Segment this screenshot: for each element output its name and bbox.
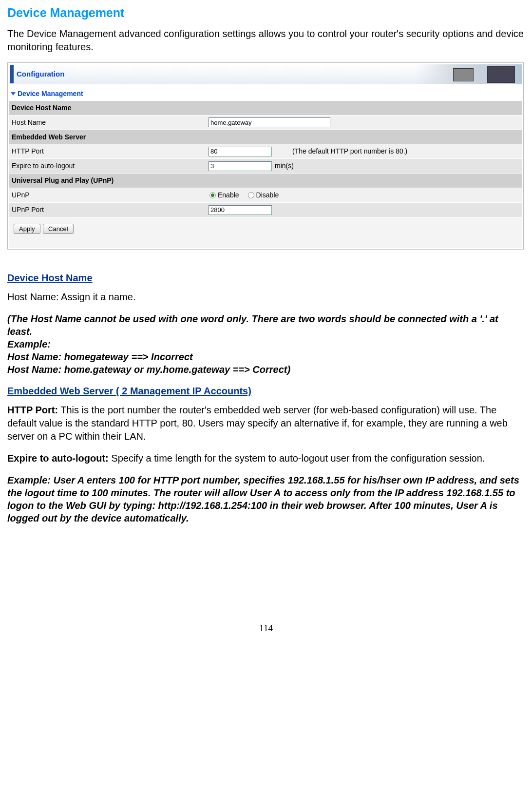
expire-input[interactable] [209, 161, 272, 171]
upnp-label: UPnP [9, 191, 209, 200]
expire-bold: Expire to auto-logout: [7, 453, 109, 464]
http-port-paragraph: HTTP Port: This is the port number the r… [7, 404, 525, 443]
upnp-port-label: UPnP Port [9, 205, 209, 214]
http-port-hint: (The default HTTP port number is 80.) [292, 147, 407, 156]
upnp-group-header: Universal Plug and Play (UPnP) [9, 173, 522, 188]
http-port-input[interactable] [209, 147, 272, 156]
note-line-1: (The Host Name cannot be used with one w… [7, 312, 525, 338]
expire-text: Specify a time length for the system to … [109, 453, 485, 464]
disable-label: Disable [256, 191, 279, 200]
host-name-row: Host Name [9, 115, 522, 130]
upnp-disable-radio[interactable]: Disable [248, 191, 279, 200]
host-name-label: Host Name [9, 118, 209, 127]
page-title: Device Management [7, 5, 525, 21]
note-line-2: Example: [7, 338, 525, 350]
host-name-description: Host Name: Assign it a name. [7, 291, 525, 304]
section-title: Device Management [18, 89, 83, 98]
expire-label: Expire to auto-logout [9, 161, 209, 171]
note-line-3: Host Name: homegateway ==> Incorrect [7, 350, 525, 363]
intro-paragraph: The Device Management advanced configura… [7, 27, 525, 54]
header-accent-bar [10, 65, 14, 83]
upnp-port-input[interactable] [209, 205, 272, 215]
http-port-label: HTTP Port [9, 147, 209, 156]
device-host-name-group-header: Device Host Name [9, 100, 522, 115]
expire-paragraph: Expire to auto-logout: Specify a time le… [7, 452, 525, 465]
device-management-section-header[interactable]: Device Management [9, 87, 522, 100]
webserver-example: Example: User A enters 100 for HTTP port… [7, 474, 525, 524]
apply-button[interactable]: Apply [14, 224, 40, 234]
header-devices-image [415, 64, 522, 84]
button-row: Apply Cancel [9, 217, 522, 248]
page-number: 114 [7, 622, 525, 635]
note-line-4: Host Name: home.gateway or my.home.gatew… [7, 363, 525, 376]
enable-label: Enable [218, 191, 239, 200]
host-name-input[interactable] [209, 117, 330, 127]
config-header-bar: Configuration [9, 64, 522, 84]
radio-checked-icon [209, 192, 216, 198]
upnp-port-row: UPnP Port [9, 202, 522, 217]
upnp-enable-radio[interactable]: Enable [209, 191, 239, 200]
http-port-row: HTTP Port (The default HTTP port number … [9, 144, 522, 158]
http-port-text: This is the port number the router's emb… [7, 405, 508, 442]
expire-row: Expire to auto-logout min(s) [9, 158, 522, 173]
cancel-button[interactable]: Cancel [43, 224, 73, 234]
radio-unchecked-icon [248, 192, 254, 198]
http-port-bold: HTTP Port: [7, 405, 58, 415]
host-name-note: (The Host Name cannot be used with one w… [7, 312, 525, 376]
embedded-web-server-heading: Embedded Web Server ( 2 Management IP Ac… [7, 385, 525, 398]
expire-unit: min(s) [275, 161, 294, 171]
configuration-label: Configuration [17, 69, 64, 79]
embedded-web-server-group-header: Embedded Web Server [9, 130, 522, 144]
device-host-name-heading: Device Host Name [7, 271, 525, 285]
collapse-arrow-icon [11, 92, 16, 96]
router-screenshot: Configuration Device Management Device H… [7, 62, 524, 250]
upnp-row: UPnP Enable Disable [9, 188, 522, 202]
